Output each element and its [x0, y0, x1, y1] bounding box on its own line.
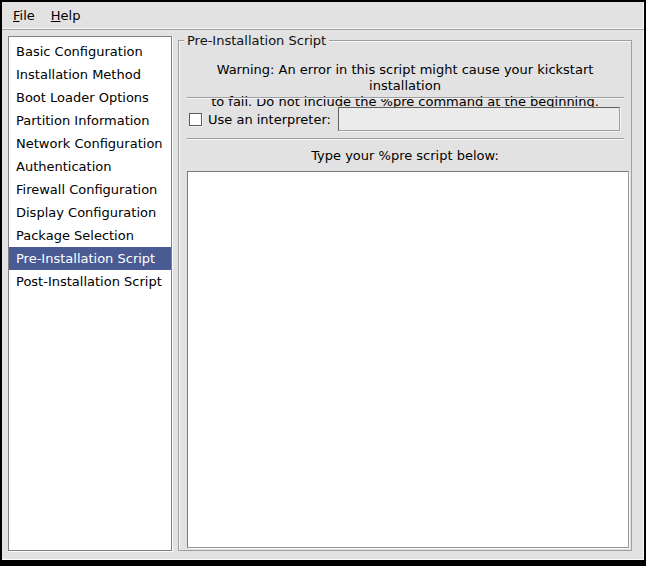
sidebar-item-firewall-configuration[interactable]: Firewall Configuration — [9, 178, 171, 201]
warning-line-1: Warning: An error in this script might c… — [185, 62, 625, 94]
separator — [187, 97, 624, 99]
help-menu-label-rest: elp — [61, 8, 81, 23]
sidebar-item-installation-method[interactable]: Installation Method — [9, 63, 171, 86]
use-interpreter-checkbox[interactable] — [189, 113, 202, 126]
menu-bar: File Help — [2, 2, 644, 30]
sidebar-item-display-configuration[interactable]: Display Configuration — [9, 201, 171, 224]
warning-text: Warning: An error in this script might c… — [185, 62, 625, 110]
interpreter-input[interactable] — [338, 107, 620, 131]
separator — [187, 138, 624, 140]
menu-item-file[interactable]: File — [5, 4, 43, 27]
sidebar-item-package-selection[interactable]: Package Selection — [9, 224, 171, 247]
pre-installation-script-panel: Pre-Installation Script Warning: An erro… — [178, 40, 632, 551]
menu-item-help[interactable]: Help — [43, 4, 89, 27]
sidebar-item-post-installation-script[interactable]: Post-Installation Script — [9, 270, 171, 293]
sidebar-item-boot-loader-options[interactable]: Boot Loader Options — [9, 86, 171, 109]
sidebar-item-network-configuration[interactable]: Network Configuration — [9, 132, 171, 155]
sidebar-list: Basic Configuration Installation Method … — [8, 36, 172, 551]
interpreter-row: Use an interpreter: — [189, 106, 620, 132]
pre-script-textarea[interactable] — [187, 171, 629, 548]
sidebar-item-pre-installation-script[interactable]: Pre-Installation Script — [9, 247, 171, 270]
file-menu-label-rest: ile — [20, 8, 35, 23]
use-interpreter-label: Use an interpreter: — [202, 112, 338, 127]
sidebar-item-partition-information[interactable]: Partition Information — [9, 109, 171, 132]
kickstart-configurator-window: File Help Basic Configuration Installati… — [2, 2, 644, 560]
help-menu-mnemonic: H — [51, 8, 61, 23]
panel-title: Pre-Installation Script — [184, 33, 329, 48]
sidebar-item-authentication[interactable]: Authentication — [9, 155, 171, 178]
script-instruction-label: Type your %pre script below: — [179, 148, 631, 163]
sidebar-item-basic-configuration[interactable]: Basic Configuration — [9, 40, 171, 63]
